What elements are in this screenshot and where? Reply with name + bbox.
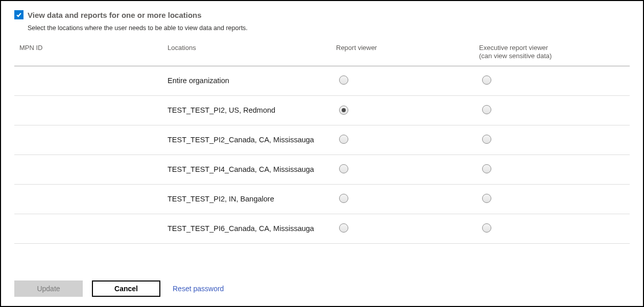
cell-location: Entire organization <box>168 76 336 85</box>
check-icon <box>16 12 22 18</box>
cell-location: TEST_TEST_PI6_Canada, CA, Mississauga <box>168 224 336 233</box>
permission-title: View data and reports for one or more lo… <box>28 11 202 19</box>
cell-report-viewer <box>336 135 479 145</box>
cell-report-viewer <box>336 75 479 86</box>
cell-report-viewer <box>336 194 479 204</box>
exec-viewer-radio[interactable] <box>482 105 491 114</box>
report-viewer-radio[interactable] <box>339 223 348 233</box>
col-exec-viewer: Executive report viewer (can view sensit… <box>479 44 630 61</box>
cell-exec-viewer <box>479 194 630 204</box>
table-row: TEST_TEST_PI4_Canada, CA, Mississauga <box>14 155 630 185</box>
cell-exec-viewer <box>479 105 630 116</box>
col-report-viewer: Report viewer <box>336 44 479 61</box>
col-mpn-id: MPN ID <box>19 44 168 61</box>
cell-exec-viewer <box>479 75 630 86</box>
cell-location: TEST_TEST_PI2, US, Redmond <box>168 106 336 114</box>
report-viewer-radio[interactable] <box>339 135 348 144</box>
cell-exec-viewer <box>479 164 630 175</box>
report-viewer-radio[interactable] <box>339 194 348 203</box>
cell-location: TEST_TEST_PI2, IN, Bangalore <box>168 195 336 203</box>
cell-report-viewer <box>336 223 479 234</box>
exec-viewer-radio[interactable] <box>482 223 491 233</box>
cell-exec-viewer <box>479 135 630 145</box>
col-exec-viewer-line2: (can view sensitive data) <box>479 52 552 60</box>
exec-viewer-radio[interactable] <box>482 194 491 203</box>
table-row: TEST_TEST_PI2, US, Redmond <box>14 96 630 125</box>
locations-table: MPN ID Locations Report viewer Executive… <box>14 39 630 244</box>
permission-header: View data and reports for one or more lo… <box>14 10 630 19</box>
col-locations: Locations <box>168 44 336 61</box>
cell-location: TEST_TEST_PI4_Canada, CA, Mississauga <box>168 165 336 173</box>
report-viewer-radio[interactable] <box>339 106 348 115</box>
cell-report-viewer <box>336 164 479 175</box>
exec-viewer-radio[interactable] <box>482 75 491 85</box>
table-row: Entire organization <box>14 66 630 96</box>
report-viewer-radio[interactable] <box>339 164 348 173</box>
cell-report-viewer <box>336 106 479 115</box>
reset-password-link[interactable]: Reset password <box>173 285 224 293</box>
update-button[interactable]: Update <box>14 280 83 297</box>
cell-location: TEST_TEST_PI2_Canada, CA, Mississauga <box>168 136 336 144</box>
footer-actions: Update Cancel Reset password <box>14 280 224 297</box>
permission-checkbox[interactable] <box>14 10 23 19</box>
col-exec-viewer-line1: Executive report viewer <box>479 44 548 52</box>
permission-description: Select the locations where the user need… <box>28 24 630 32</box>
report-viewer-radio[interactable] <box>339 75 348 85</box>
permissions-panel: View data and reports for one or more lo… <box>0 0 644 307</box>
exec-viewer-radio[interactable] <box>482 164 491 173</box>
exec-viewer-radio[interactable] <box>482 135 491 144</box>
cell-exec-viewer <box>479 223 630 234</box>
table-row: TEST_TEST_PI2_Canada, CA, Mississauga <box>14 125 630 155</box>
table-header-row: MPN ID Locations Report viewer Executive… <box>14 39 630 66</box>
table-row: TEST_TEST_PI2, IN, Bangalore <box>14 185 630 214</box>
cancel-button[interactable]: Cancel <box>92 280 160 297</box>
table-row: TEST_TEST_PI6_Canada, CA, Mississauga <box>14 214 630 244</box>
